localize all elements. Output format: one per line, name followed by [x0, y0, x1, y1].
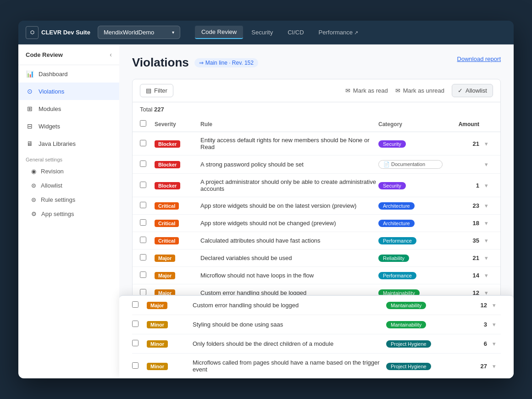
- rule-text: A project administrator should only be a…: [200, 178, 378, 192]
- severity-badge: Major: [155, 272, 175, 279]
- expand-icon[interactable]: ▾: [487, 302, 501, 309]
- severity-badge: Minor: [147, 363, 168, 370]
- row-select-checkbox[interactable]: [132, 340, 139, 346]
- rule-text: Microflow should not have loops in the f…: [200, 272, 378, 279]
- row-checkbox: [140, 182, 155, 189]
- row-select-checkbox[interactable]: [140, 140, 146, 146]
- allowlist-button[interactable]: ✓ Allowlist: [452, 84, 493, 97]
- tab-cicd[interactable]: CI/CD: [281, 26, 310, 39]
- expand-icon[interactable]: ▾: [479, 255, 493, 261]
- allowlist-label: Allowlist: [466, 87, 487, 94]
- sidebar-item-java-libraries[interactable]: 🖥 Java Libraries: [18, 135, 119, 152]
- amount-value: 23: [443, 202, 479, 209]
- mark-as-read-label: Mark as read: [353, 87, 388, 94]
- expand-icon[interactable]: ▾: [479, 161, 493, 168]
- expand-icon[interactable]: ▾: [479, 272, 493, 279]
- row-select-checkbox[interactable]: [140, 289, 146, 295]
- sidebar-item-modules[interactable]: ⊞ Modules: [18, 100, 119, 117]
- total-label: Total: [140, 106, 152, 113]
- sidebar: Code Review ‹ 📊 Dashboard ⊙ Violations ⊞…: [18, 44, 119, 378]
- floating-table-row: Major Custom error handling should be lo…: [132, 296, 501, 315]
- sidebar-item-rule-settings[interactable]: ⊜ Rule settings: [18, 193, 119, 207]
- project-dropdown[interactable]: MendixWorldDemo ▾: [98, 26, 180, 39]
- dashboard-icon: 📊: [26, 70, 34, 78]
- severity-badge: Minor: [147, 321, 168, 328]
- expand-icon[interactable]: ▾: [487, 363, 501, 370]
- category-badge: Performance: [378, 237, 416, 244]
- rule-text: Styling should be done using saas: [193, 321, 386, 328]
- severity-badge: Critical: [155, 220, 179, 227]
- top-navigation: ⬡ CLEVR Dev Suite MendixWorldDemo ▾ Code…: [18, 21, 514, 44]
- category-badge: Security: [378, 182, 406, 189]
- row-checkbox: [132, 340, 147, 348]
- severity-badge: Critical: [155, 202, 179, 210]
- toolbar-actions: ✉ Mark as read ✉ Mark as unread ✓ Allowl…: [345, 84, 493, 97]
- row-select-checkbox[interactable]: [140, 272, 146, 278]
- expand-icon[interactable]: ▾: [487, 321, 501, 328]
- sidebar-item-widgets[interactable]: ⊟ Widgets: [18, 117, 119, 135]
- check-icon: ✓: [458, 87, 463, 94]
- sidebar-item-allowlist[interactable]: ⊜ Allowlist: [18, 178, 119, 193]
- row-select-checkbox[interactable]: [140, 219, 146, 226]
- allowlist-icon: ⊜: [31, 182, 36, 189]
- sidebar-item-revision[interactable]: ◉ Revision: [18, 164, 119, 178]
- sidebar-collapse-button[interactable]: ‹: [110, 51, 112, 58]
- row-select-checkbox[interactable]: [132, 362, 139, 369]
- sidebar-item-app-settings[interactable]: ⚙ App settings: [18, 207, 119, 221]
- severity-badge: Major: [147, 302, 167, 309]
- row-select-checkbox[interactable]: [140, 254, 146, 260]
- row-select-checkbox[interactable]: [140, 237, 146, 243]
- mark-as-unread-button[interactable]: ✉ Mark as unread: [395, 87, 444, 94]
- tab-security[interactable]: Security: [245, 26, 279, 39]
- category-badge: Mantainability: [386, 321, 426, 328]
- tab-code-review[interactable]: Code Review: [195, 26, 243, 39]
- filter-button[interactable]: ▤ Filter: [140, 84, 173, 97]
- mark-as-read-button[interactable]: ✉ Mark as read: [345, 87, 388, 94]
- java-libraries-icon: 🖥: [26, 139, 34, 148]
- category-badge: Mantainability: [386, 302, 426, 309]
- project-dropdown-label: MendixWorldDemo: [104, 29, 154, 36]
- chevron-down-icon: ▾: [172, 30, 174, 35]
- amount-header: Amount: [443, 121, 479, 127]
- rule-text: App store widgets should not be changed …: [200, 220, 378, 227]
- expand-icon[interactable]: ▾: [479, 182, 493, 189]
- rule-text: Declared variables should be used: [200, 255, 378, 261]
- row-select-checkbox[interactable]: [140, 182, 146, 188]
- category-badge: Architecture: [378, 202, 415, 210]
- row-checkbox: [140, 161, 155, 168]
- expand-icon[interactable]: ▾: [487, 340, 501, 347]
- table-row: Blocker Entity access default rights for…: [133, 132, 500, 155]
- unread-icon: ✉: [395, 87, 400, 94]
- severity-badge: Major: [155, 255, 175, 262]
- category-badge: Project Hygiene: [386, 340, 431, 348]
- select-all-checkbox[interactable]: [140, 120, 146, 127]
- sidebar-header: Code Review ‹: [18, 44, 119, 65]
- rule-text: A strong password policy should be set: [200, 161, 378, 168]
- sidebar-item-label: Widgets: [39, 123, 60, 130]
- sidebar-sub-item-label: Rule settings: [41, 196, 75, 203]
- expand-icon[interactable]: ▾: [479, 237, 493, 244]
- row-select-checkbox[interactable]: [140, 161, 146, 167]
- expand-icon[interactable]: ▾: [479, 220, 493, 227]
- sidebar-item-dashboard[interactable]: 📊 Dashboard: [18, 65, 119, 83]
- expand-icon[interactable]: ▾: [479, 140, 493, 147]
- severity-badge: Blocker: [155, 182, 180, 189]
- sidebar-item-violations[interactable]: ⊙ Violations: [18, 83, 119, 100]
- category-badge: Reliability: [378, 255, 409, 262]
- amount-value: 21: [443, 255, 479, 261]
- row-select-checkbox[interactable]: [132, 301, 139, 308]
- sidebar-sub-item-label: Revision: [41, 168, 64, 175]
- rule-header: Rule: [200, 121, 378, 127]
- category-badge: Security: [378, 140, 406, 148]
- row-select-checkbox[interactable]: [140, 202, 146, 208]
- floating-panel: Major Custom error handling should be lo…: [119, 295, 514, 378]
- violations-table: Severity Rule Category Amount Blocker En…: [132, 116, 501, 320]
- download-report-button[interactable]: Download report: [457, 55, 501, 62]
- amount-value: 3: [450, 321, 487, 328]
- sidebar-sub-item-label: App settings: [41, 211, 74, 217]
- table-row: Major Microflow should not have loops in…: [133, 267, 500, 284]
- tab-performance[interactable]: Performance: [312, 26, 365, 39]
- expand-icon[interactable]: ▾: [479, 202, 493, 209]
- row-select-checkbox[interactable]: [132, 321, 139, 327]
- rule-text: Only folders should be the direct childr…: [193, 340, 386, 347]
